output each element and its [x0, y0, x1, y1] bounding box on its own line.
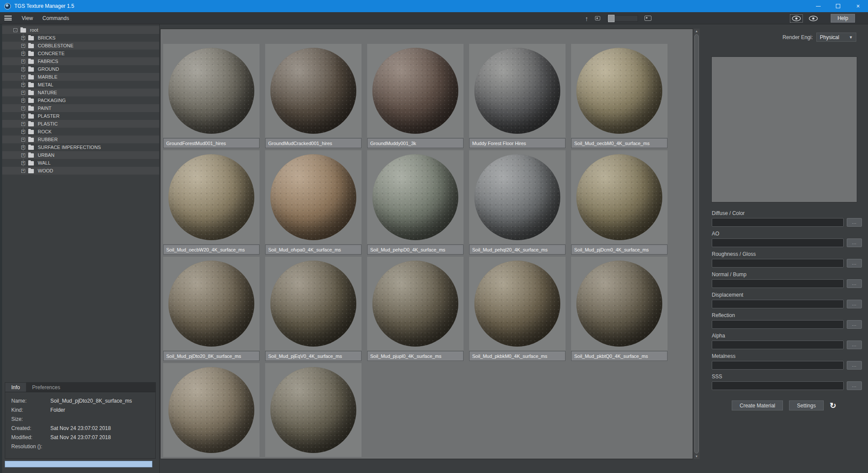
texture-tile[interactable]: GroundMudCracked001_hires	[265, 44, 362, 148]
expand-icon[interactable]: +	[21, 114, 25, 118]
tab-preferences[interactable]: Preferences	[26, 383, 66, 392]
collapse-icon[interactable]: -	[13, 28, 17, 32]
help-button[interactable]: Help	[831, 14, 855, 23]
tree-item-rubber[interactable]: +RUBBER	[2, 136, 159, 143]
texture-tile[interactable]	[265, 363, 362, 457]
slot-path-input[interactable]	[712, 279, 844, 288]
eye-toggle-selected[interactable]	[790, 14, 803, 23]
expand-icon[interactable]: +	[21, 91, 25, 95]
texture-tile[interactable]: Soil_Mud_ofvpa0_4K_surface_ms	[265, 150, 362, 255]
expand-icon[interactable]: +	[21, 146, 25, 149]
maximize-button[interactable]	[828, 0, 848, 12]
slot-path-input[interactable]	[712, 218, 844, 227]
expand-icon[interactable]: +	[21, 122, 25, 126]
tree-item-metal[interactable]: +METAL	[2, 81, 159, 89]
tree-item-plastic[interactable]: +PLASTIC	[2, 120, 159, 128]
expand-icon[interactable]: +	[21, 161, 25, 165]
texture-tile[interactable]: Soil_Mud_oecbW20_4K_surface_ms	[163, 150, 260, 255]
grid-scrollbar[interactable]: ▲ ▼	[694, 29, 700, 459]
texture-sphere-preview	[474, 48, 560, 134]
slot-path-input[interactable]	[712, 320, 844, 329]
close-button[interactable]: ×	[848, 0, 868, 12]
browse-button[interactable]: ...	[847, 238, 862, 247]
scroll-down-icon[interactable]: ▼	[694, 454, 700, 459]
texture-tile[interactable]: Soil_Mud_pjDto20_8K_surface_ms	[163, 257, 260, 361]
tree-item-nature[interactable]: +NATURE	[2, 89, 159, 96]
slot-path-input[interactable]	[712, 381, 844, 390]
slot-path-input[interactable]	[712, 300, 844, 308]
slot-path-input[interactable]	[712, 341, 844, 349]
browse-button[interactable]: ...	[847, 341, 862, 349]
browse-button[interactable]: ...	[847, 279, 862, 288]
slot-path-input[interactable]	[712, 361, 844, 370]
tree-item-ground[interactable]: +GROUND	[2, 65, 159, 73]
expand-icon[interactable]: +	[21, 169, 25, 173]
settings-button[interactable]: Settings	[789, 400, 823, 410]
info-field-label: Created:	[11, 425, 50, 431]
slot-path-input[interactable]	[712, 238, 844, 247]
tree-item-cobblestone[interactable]: +COBBLESTONE	[2, 42, 159, 50]
tree-item-wood[interactable]: +WOOD	[2, 167, 159, 175]
expand-icon[interactable]: +	[21, 44, 25, 48]
eye-toggle[interactable]	[807, 14, 820, 23]
menu-view[interactable]: View	[17, 12, 38, 24]
slider-handle[interactable]	[608, 15, 615, 22]
tab-info[interactable]: Info	[5, 383, 26, 392]
expand-icon[interactable]: +	[21, 106, 25, 110]
refresh-icon[interactable]: ↻	[830, 402, 836, 410]
tree-item-root[interactable]: - root	[2, 26, 159, 34]
expand-icon[interactable]: +	[21, 67, 25, 71]
tree-item-packaging[interactable]: +PACKAGING	[2, 96, 159, 104]
scroll-up-icon[interactable]: ▲	[694, 29, 700, 34]
tree-item-paint[interactable]: +PAINT	[2, 104, 159, 112]
expand-icon[interactable]: +	[21, 83, 25, 87]
expand-icon[interactable]: +	[21, 138, 25, 142]
expand-icon[interactable]: +	[21, 75, 25, 79]
texture-tile[interactable]: Soil_Mud_pkbkM0_4K_surface_ms	[469, 257, 566, 361]
expand-icon[interactable]: +	[21, 60, 25, 63]
texture-tile[interactable]: Soil_Mud_pjDcm0_4K_surface_ms	[571, 150, 667, 255]
browse-button[interactable]: ...	[847, 218, 862, 227]
texture-tile[interactable]: Soil_Mud_pkbtQ0_4K_surface_ms	[571, 257, 667, 361]
tree-item-urban[interactable]: +URBAN	[2, 151, 159, 159]
create-material-button[interactable]: Create Material	[732, 400, 783, 410]
tree-item-concrete[interactable]: +CONCRETE	[2, 50, 159, 57]
thumbnail-small-icon[interactable]	[595, 16, 600, 20]
slot-path-input[interactable]	[712, 259, 844, 268]
tree-item-plaster[interactable]: +PLASTER	[2, 112, 159, 120]
texture-tile[interactable]: Soil_Mud_oecbM0_4K_surface_ms	[571, 44, 667, 148]
texture-tile[interactable]: Soil_Mud_pehql20_4K_surface_ms	[469, 150, 566, 255]
thumbnail-size-slider[interactable]	[607, 15, 638, 22]
up-arrow-icon[interactable]: ↑	[585, 15, 589, 22]
tree-item-label: RUBBER	[38, 137, 58, 142]
tree-item-bricks[interactable]: +BRICKS	[2, 34, 159, 42]
texture-tile[interactable]: Soil_Mud_pehpD0_4K_surface_ms	[367, 150, 464, 255]
browse-button[interactable]: ...	[847, 381, 862, 390]
render-engine-select[interactable]: Physical ▼	[816, 33, 856, 42]
texture-tile[interactable]	[163, 363, 260, 457]
tree-item-wall[interactable]: +WALL	[2, 159, 159, 167]
expand-icon[interactable]: +	[21, 36, 25, 40]
menu-commands[interactable]: Commands	[38, 12, 74, 24]
scrollbar-thumb[interactable]	[694, 34, 699, 453]
browse-button[interactable]: ...	[847, 259, 862, 268]
tree-item-rock[interactable]: +ROCK	[2, 128, 159, 136]
expand-icon[interactable]: +	[21, 99, 25, 103]
browse-button[interactable]: ...	[847, 361, 862, 370]
thumbnail-large-icon[interactable]	[644, 16, 651, 21]
texture-tile[interactable]: Soil_Mud_pjEqV0_4K_surface_ms	[265, 257, 362, 361]
tree-item-fabrics[interactable]: +FABRICS	[2, 57, 159, 65]
texture-tile[interactable]: GroundForestMud001_hires	[163, 44, 260, 148]
expand-icon[interactable]: +	[21, 153, 25, 157]
minimize-button[interactable]	[808, 0, 828, 12]
tree-item-surface-imperfections[interactable]: +SURFACE IMPERFECTIONS	[2, 143, 159, 151]
tree-item-marble[interactable]: +MARBLE	[2, 73, 159, 81]
browse-button[interactable]: ...	[847, 320, 862, 329]
texture-tile[interactable]: GroundMuddy001_3k	[367, 44, 464, 148]
hamburger-menu-icon[interactable]	[4, 16, 12, 20]
expand-icon[interactable]: +	[21, 130, 25, 134]
texture-tile[interactable]: Muddy Forest Floor Hires	[469, 44, 566, 148]
texture-tile[interactable]: Soil_Mud_pjupl0_4K_surface_ms	[367, 257, 464, 361]
browse-button[interactable]: ...	[847, 300, 862, 308]
expand-icon[interactable]: +	[21, 52, 25, 56]
